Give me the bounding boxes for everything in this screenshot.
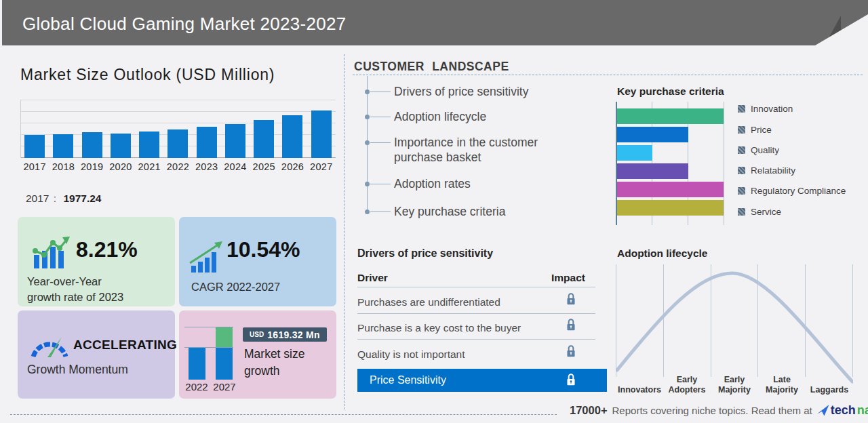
bar-2020 [111, 134, 131, 159]
adoption-lifecycle-chart [616, 264, 853, 377]
list-dot [365, 182, 370, 186]
stage-innovators: Innovators [616, 366, 663, 395]
currency-label: USD [250, 331, 264, 338]
brand-navio: navio [857, 403, 868, 418]
axis-label: 2017 [20, 161, 49, 172]
hbar-relatability [617, 163, 688, 179]
technavio-logo: tech navio [817, 403, 868, 418]
speedometer-icon [28, 327, 71, 359]
base-value: 1977.24 [63, 193, 101, 204]
landscape-item-adoption-lifecycle: Adoption lifecycle [394, 109, 486, 124]
legend-swatch [738, 208, 745, 216]
hbar-quality [617, 145, 652, 161]
gridline [20, 100, 336, 100]
highlight-label: Price Sensitivity [370, 374, 446, 386]
technavio-arrow-icon [817, 405, 829, 416]
mini-bar-2027-growth [216, 327, 233, 348]
lock-icon [566, 292, 576, 306]
market-size-chart [20, 100, 336, 158]
footer-divider [10, 414, 557, 415]
bar-2019 [82, 132, 102, 158]
lock-icon [566, 373, 576, 386]
table-separator [357, 313, 595, 314]
table-row: Purchase is a key cost to the buyer [357, 322, 521, 334]
list-tick [370, 142, 391, 143]
legend-label: Price [751, 125, 772, 135]
axis-label: 2025 [250, 161, 278, 172]
cagr-label: CAGR 2022-2027 [191, 279, 280, 295]
axis-label: 2021 [135, 161, 163, 172]
growth-xlabel-2027: 2027 [212, 381, 237, 392]
list-dot [365, 140, 370, 145]
lock-icon [566, 318, 576, 331]
landscape-item-adoption-rates: Adoption rates [394, 176, 471, 191]
column-header-impact: Impact [551, 272, 585, 284]
footer-text: Reports covering niche topics. Read them… [612, 405, 812, 416]
brand-tech: tech [831, 403, 856, 418]
legend-label: Relatability [751, 165, 795, 176]
base-sep: : [54, 193, 56, 204]
y-axis [20, 100, 21, 158]
kpc-title: Key purchase criteria [617, 85, 724, 98]
cagr-value: 10.54% [226, 237, 300, 262]
axis-label: 2023 [193, 161, 221, 172]
market-size-growth-card: 2022 2027 USD 1619.32 Mn Market size gro… [179, 310, 336, 399]
landscape-item-key-purchase-criteria: Key purchase criteria [394, 204, 505, 219]
drivers-table-title: Drivers of price sensitivity [357, 247, 493, 260]
list-dot [365, 209, 370, 214]
base-year: 2017 [26, 193, 49, 204]
bar-2018 [53, 134, 73, 159]
yoy-label-line2: growth rate of 2023 [27, 289, 123, 305]
legend-label: Quality [751, 145, 779, 155]
lock-icon [566, 344, 576, 358]
hbar-price [617, 127, 688, 142]
growth-label-line1: Market size [244, 346, 304, 363]
legend-swatch [738, 146, 745, 154]
bar-2021 [139, 132, 159, 158]
axis-label: 2018 [49, 161, 77, 172]
mini-bar-2027-base [216, 348, 233, 380]
cagr-card: 10.54% CAGR 2022-2027 [179, 217, 336, 306]
table-separator [357, 287, 595, 287]
gridline [20, 111, 336, 112]
legend-label: Innovation [751, 104, 793, 114]
customer-landscape-title: CUSTOMER LANDSCAPE [354, 60, 509, 74]
growth-xlabel-2022: 2022 [184, 381, 209, 392]
cagr-trend-icon [189, 241, 224, 273]
footer: 17000+ Reports covering niche topics. Re… [570, 403, 868, 418]
column-header-driver: Driver [357, 272, 388, 284]
page-title: Global Cloud Gaming Market 2023-2027 [22, 14, 347, 35]
landscape-item-purchase-basket: Importance in the customer purchase bask… [394, 135, 557, 165]
customer-landscape-underline [353, 75, 863, 75]
reference-line [184, 347, 233, 348]
landscape-item-price-sensitivity: Drivers of price sensitivity [394, 84, 528, 99]
list-dot [365, 89, 370, 94]
legend-swatch [738, 126, 745, 134]
bar-2027 [311, 110, 332, 158]
legend-swatch [738, 187, 745, 195]
list-tick [370, 92, 391, 92]
axis-label: 2026 [278, 161, 307, 172]
list-tick [370, 117, 391, 117]
growth-momentum-card: ACCELERATING Growth Momentum [18, 310, 175, 399]
bar-2023 [197, 127, 217, 158]
mini-bar-2022 [189, 348, 205, 380]
legend-label: Service [751, 207, 781, 217]
adoption-lifecycle-stages: Innovators Early Adopters Early Majority… [616, 366, 853, 395]
growth-label-line2: growth [244, 363, 304, 380]
gridline [724, 102, 724, 225]
yoy-value: 8.21% [76, 237, 138, 262]
market-size-xlabels: 2017201820192020202120222023202420252026… [20, 161, 336, 172]
infographic-page: Global Cloud Gaming Market 2023-2027 Mar… [0, 0, 868, 423]
header-bar: Global Cloud Gaming Market 2023-2027 [2, 0, 868, 45]
axis-label: 2024 [221, 161, 250, 172]
amount-value: 1619.32 Mn [267, 329, 320, 340]
stage-early-adopters: Early Adopters [663, 366, 711, 395]
list-tick [370, 212, 391, 212]
stage-laggards: Laggards [806, 366, 853, 395]
bar-2017 [24, 135, 45, 158]
bar-2026 [282, 115, 302, 158]
yoy-label-line1: Year-over-Year [27, 274, 123, 289]
momentum-label: Growth Momentum [27, 362, 128, 378]
axis-label: 2027 [307, 161, 336, 172]
